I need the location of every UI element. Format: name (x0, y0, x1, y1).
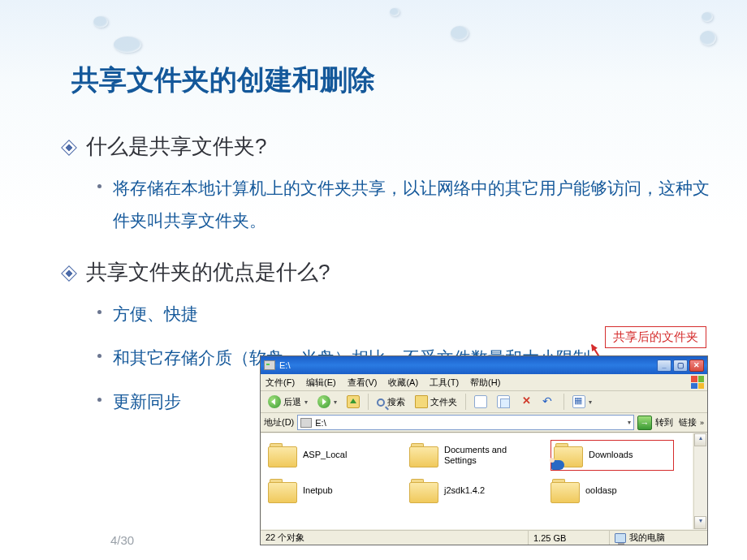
copy-icon (497, 395, 510, 408)
toolbar: 后退▾ ▾ 搜索 文件夹 ✕ ▾ (261, 391, 707, 413)
back-label: 后退 (283, 396, 301, 408)
decor-bubble (451, 26, 468, 41)
folder-item-shared[interactable]: Downloads (551, 440, 674, 471)
my-computer-icon (615, 533, 626, 543)
scroll-down-button[interactable]: ▾ (694, 516, 706, 529)
search-icon (377, 398, 385, 407)
bullet-q1a: 将存储在本地计算机上的文件夹共享，以让网络中的其它用户能够访问，这种文件夹叫共享… (97, 172, 715, 237)
folder-item[interactable]: ASP_Local (268, 440, 391, 471)
menu-bar: 文件(F) 编辑(E) 查看(V) 收藏(A) 工具(T) 帮助(H) (261, 374, 707, 391)
folder-label: ASP_Local (303, 450, 347, 460)
move-icon (474, 395, 487, 408)
folders-label: 文件夹 (430, 396, 457, 408)
bullet-q1: 什么是共享文件夹? (63, 132, 715, 161)
undo-button[interactable] (538, 394, 559, 411)
toolbar-separator (465, 394, 466, 410)
close-button[interactable]: ✕ (689, 360, 704, 372)
maximize-button[interactable]: ▢ (673, 360, 688, 372)
folder-icon (409, 479, 438, 503)
page-total: 30 (121, 533, 135, 547)
folder-icon (268, 443, 297, 467)
forward-button[interactable]: ▾ (313, 394, 341, 411)
folder-item[interactable]: Documents and Settings (409, 440, 533, 471)
folder-icon (551, 479, 580, 503)
folders-icon (415, 395, 428, 408)
address-label: 地址(D) (264, 416, 294, 429)
page-title: 共享文件夹的创建和删除 (71, 62, 375, 99)
dot-bullet-icon (97, 310, 101, 314)
search-button[interactable]: 搜索 (373, 394, 409, 411)
links-chevron-icon[interactable]: » (700, 419, 704, 427)
status-objects: 22 个对象 (261, 531, 529, 545)
status-location: 我的电脑 (610, 531, 707, 545)
address-input[interactable]: E:\ ▾ (297, 415, 634, 430)
delete-icon: ✕ (520, 395, 533, 408)
dot-bullet-icon (97, 184, 101, 188)
vertical-scrollbar[interactable]: ▴ ▾ (693, 433, 706, 529)
copy-to-button[interactable] (493, 394, 514, 411)
bullet-q2a-text: 方便、快捷 (113, 298, 198, 330)
folder-label: Downloads (589, 450, 633, 460)
diamond-bullet-icon (61, 140, 77, 156)
address-dropdown-icon[interactable]: ▾ (628, 419, 631, 426)
move-to-button[interactable] (470, 394, 491, 411)
menu-edit[interactable]: 编辑(E) (306, 377, 336, 389)
back-icon (268, 395, 281, 408)
menu-tools[interactable]: 工具(T) (430, 377, 459, 389)
folder-icon (409, 443, 438, 467)
links-label[interactable]: 链接 (679, 416, 697, 429)
bullet-q1a-text: 将存储在本地计算机上的文件夹共享，以让网络中的其它用户能够访问，这种文件夹叫共享… (113, 172, 715, 237)
annotation-label: 共享后的文件夹 (605, 326, 706, 348)
folder-item[interactable]: ooldasp (551, 479, 674, 503)
up-icon (347, 395, 360, 408)
share-hand-icon (551, 460, 564, 470)
scroll-up-button[interactable]: ▴ (694, 433, 706, 446)
decor-bubble (390, 8, 399, 16)
folder-label: Inetpub (303, 485, 333, 496)
decor-bubble (114, 37, 141, 53)
window-title: E:\ (279, 360, 290, 370)
folder-label: ooldasp (585, 485, 617, 496)
decor-bubble (702, 12, 713, 22)
folder-item[interactable]: Inetpub (268, 479, 391, 503)
menu-favorites[interactable]: 收藏(A) (388, 377, 418, 389)
menu-file[interactable]: 文件(F) (266, 377, 295, 389)
search-label: 搜索 (387, 396, 405, 408)
windows-logo-icon (691, 376, 704, 389)
address-bar: 地址(D) E:\ ▾ → 转到 链接 » (261, 413, 707, 433)
decor-bubble (700, 31, 716, 45)
dot-bullet-icon (97, 398, 101, 402)
bullet-q2: 共享文件夹的优点是什么? (63, 258, 715, 286)
back-button[interactable]: 后退▾ (264, 394, 312, 411)
page-current: 4 (110, 533, 117, 547)
status-bar: 22 个对象 1.25 GB 我的电脑 (261, 530, 707, 545)
decor-bubble (93, 16, 108, 28)
status-size: 1.25 GB (529, 531, 610, 545)
bullet-q2a: 方便、快捷 (97, 298, 715, 330)
drive-icon (264, 360, 275, 370)
folder-view[interactable]: ASP_Local Documents and Settings Downloa… (261, 433, 693, 529)
bullet-q1-text: 什么是共享文件夹? (86, 132, 266, 161)
file-explorer-window: E:\ _ ▢ ✕ 文件(F) 编辑(E) 查看(V) 收藏(A) 工具(T) … (260, 355, 708, 545)
status-location-text: 我的电脑 (629, 532, 665, 544)
dot-bullet-icon (97, 354, 101, 358)
bullet-q2-text: 共享文件夹的优点是什么? (86, 258, 330, 286)
window-titlebar[interactable]: E:\ _ ▢ ✕ (261, 356, 707, 374)
bullet-q2c-text: 更新同步 (113, 386, 181, 418)
folder-label: j2sdk1.4.2 (444, 485, 485, 496)
minimize-button[interactable]: _ (657, 360, 671, 372)
menu-view[interactable]: 查看(V) (348, 377, 378, 389)
views-icon (572, 395, 585, 408)
menu-help[interactable]: 帮助(H) (470, 377, 500, 389)
folder-item[interactable]: j2sdk1.4.2 (409, 479, 533, 503)
views-button[interactable]: ▾ (568, 394, 596, 411)
go-button[interactable]: → (637, 416, 652, 430)
folders-button[interactable]: 文件夹 (411, 394, 461, 411)
toolbar-separator (368, 394, 369, 410)
up-button[interactable] (343, 394, 364, 411)
folder-label: Documents and Settings (444, 445, 522, 466)
address-value: E:\ (315, 418, 326, 428)
drive-icon (300, 418, 312, 428)
delete-button[interactable]: ✕ (516, 394, 537, 411)
forward-icon (317, 395, 330, 408)
